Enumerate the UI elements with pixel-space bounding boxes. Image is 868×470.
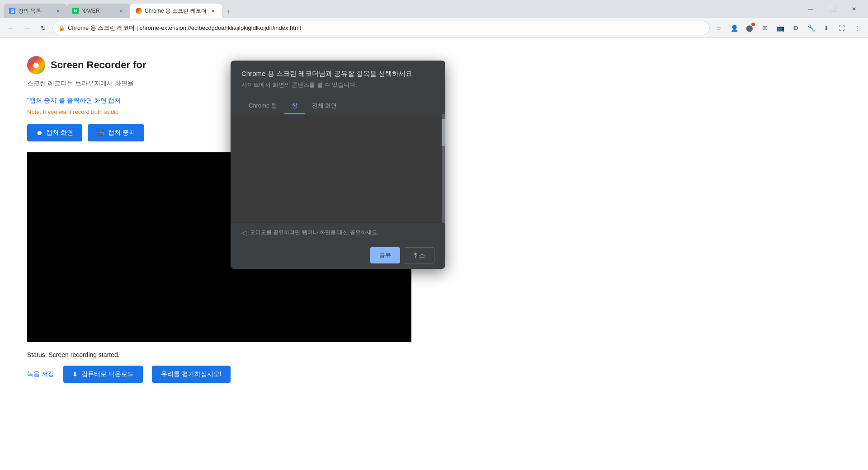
tab-window[interactable]: 창 (284, 98, 305, 114)
share-dialog: Chrome 용 스크린 레코더님과 공유할 항목을 선택하세요 사이트에서 화… (231, 61, 445, 269)
share-button[interactable]: 공유 (370, 247, 400, 263)
download-icon[interactable]: ⬇ (819, 21, 834, 35)
address-bar[interactable]: 🔒 Chrome 용 스크린 레코더 | chrome-extension://… (52, 21, 710, 35)
cancel-button[interactable]: 취소 (404, 247, 434, 263)
address-text: Chrome 용 스크린 레코더 | chrome-extension://ec… (68, 24, 704, 32)
tab-fullscreen[interactable]: 전체 화면 (305, 98, 344, 114)
fullscreen-icon[interactable]: ⛶ (835, 21, 849, 35)
tab-1[interactable]: 강 강의 목록 ✕ (4, 4, 67, 18)
tab-1-close[interactable]: ✕ (54, 7, 61, 14)
title-bar: 강 강의 목록 ✕ N NAVER ✕ Chrome 용 스크린 레코더 ✕ ＋… (0, 0, 868, 18)
tab-3-title: Chrome 용 스크린 레코더 (145, 7, 207, 15)
tab-strip: 강 강의 목록 ✕ N NAVER ✕ Chrome 용 스크린 레코더 ✕ ＋ (4, 0, 800, 18)
toolbar: ← → ↻ 🔒 Chrome 용 스크린 레코더 | chrome-extens… (0, 18, 868, 38)
tab-chrome[interactable]: Chrome 탭 (241, 98, 284, 114)
menu-button[interactable]: ⋮ (850, 21, 864, 35)
tab-2-favicon: N (72, 8, 79, 14)
record-indicator: ⬤ (742, 21, 757, 35)
dialog-overlay: Chrome 용 스크린 레코더님과 공유할 항목을 선택하세요 사이트에서 화… (0, 38, 868, 470)
window-controls: — ⬜ ✕ (800, 2, 864, 16)
dialog-preview-area (231, 114, 445, 223)
dialog-preview-inner (231, 114, 445, 223)
audio-note-icon: ◁ (241, 229, 246, 236)
tab-1-title: 강의 목록 (18, 7, 52, 15)
tab-3-close[interactable]: ✕ (209, 7, 217, 14)
dialog-scrollbar[interactable] (442, 114, 445, 223)
tab-2-title: NAVER (81, 8, 115, 14)
minimize-button[interactable]: — (800, 2, 821, 16)
reload-button[interactable]: ↻ (36, 21, 51, 35)
close-button[interactable]: ✕ (844, 2, 864, 16)
page-content: ⏺ Screen Recorder for 스크린 레코더는 브라우저에서 화면… (0, 38, 868, 470)
tab-window-label: 창 (292, 102, 297, 109)
tab-chrome-label: Chrome 탭 (249, 102, 277, 109)
maximize-button[interactable]: ⬜ (822, 2, 843, 16)
dialog-footer: 공유 취소 (231, 242, 445, 269)
toolbar-right: ☆ 👤 ⬤ ✉ 📺 ⚙ 🔧 ⬇ ⛶ ⋮ (712, 21, 864, 35)
back-button[interactable]: ← (4, 21, 18, 35)
settings-icon[interactable]: ⚙ (788, 21, 803, 35)
tab-3[interactable]: Chrome 용 스크린 레코더 ✕ (130, 4, 222, 18)
extensions-icon[interactable]: 🔧 (804, 21, 818, 35)
dialog-audio-note: ◁ 오디오를 공유하려면 탭이나 화면을 대신 공유하세요. (231, 223, 445, 242)
bookmark-button[interactable]: ☆ (712, 21, 726, 35)
new-tab-button[interactable]: ＋ (222, 5, 235, 18)
audio-note-text: 오디오를 공유하려면 탭이나 화면을 대신 공유하세요. (250, 229, 378, 236)
dialog-title: Chrome 용 스크린 레코더님과 공유할 항목을 선택하세요 (241, 70, 434, 78)
browser-frame: 강 강의 목록 ✕ N NAVER ✕ Chrome 용 스크린 레코더 ✕ ＋… (0, 0, 868, 470)
dialog-header: Chrome 용 스크린 레코더님과 공유할 항목을 선택하세요 사이트에서 화… (231, 61, 445, 93)
tab-2[interactable]: N NAVER ✕ (67, 4, 130, 18)
mail-icon[interactable]: ✉ (758, 21, 772, 35)
lock-icon: 🔒 (58, 25, 65, 31)
tab-3-favicon (136, 8, 142, 14)
dialog-subtitle: 사이트에서 화면의 콘텐츠를 볼 수 있습니다. (241, 81, 434, 89)
tab-1-favicon: 강 (9, 8, 15, 14)
profile-button[interactable]: 👤 (727, 21, 741, 35)
dialog-scrollbar-thumb (442, 119, 445, 146)
tab-2-close[interactable]: ✕ (118, 7, 125, 14)
cast-icon[interactable]: 📺 (773, 21, 788, 35)
forward-button[interactable]: → (20, 21, 34, 35)
tab-fullscreen-label: 전체 화면 (312, 102, 337, 109)
dialog-tabs: Chrome 탭 창 전체 화면 (231, 98, 445, 114)
